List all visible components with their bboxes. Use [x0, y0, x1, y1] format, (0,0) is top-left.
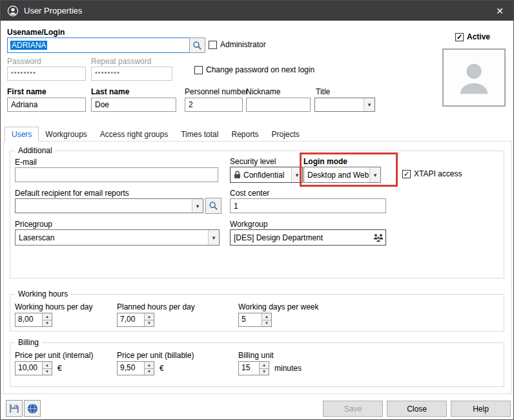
default-recipient-search-button[interactable] [205, 198, 221, 214]
spinner-up-icon[interactable]: ▲ [145, 362, 154, 369]
save-button[interactable]: Save [323, 401, 383, 417]
xtapi-checkbox-box: ✓ [402, 170, 411, 178]
spinner-up-icon[interactable]: ▲ [260, 362, 269, 369]
repeat-password-input[interactable]: •••••••• [91, 67, 172, 81]
spinner-up-icon[interactable]: ▲ [43, 362, 52, 369]
save-tool-button[interactable] [6, 400, 23, 417]
chevron-down-icon: ▾ [192, 199, 203, 213]
security-level-value: Confidential [243, 171, 291, 180]
first-name-label: First name [7, 87, 46, 96]
repeat-password-label: Repeat password [91, 57, 151, 66]
spinner-up-icon[interactable]: ▲ [145, 313, 154, 320]
email-label: E-mail [15, 158, 37, 167]
change-password-checkbox-box [194, 66, 203, 74]
spinner-down-icon[interactable]: ▼ [145, 369, 154, 375]
close-icon[interactable]: ✕ [493, 6, 507, 16]
chevron-down-icon: ▾ [208, 230, 219, 245]
additional-group-label: Additional [15, 146, 55, 156]
password-input[interactable]: •••••••• [7, 67, 86, 81]
tab-workgroups[interactable]: Workgroups [39, 128, 93, 142]
search-icon [209, 201, 218, 211]
spinner-up-icon[interactable]: ▲ [262, 313, 271, 320]
nickname-input[interactable] [246, 98, 311, 112]
title-dropdown[interactable]: ▾ [314, 98, 375, 112]
xtapi-access-checkbox[interactable]: ✓ XTAPI access [402, 169, 462, 178]
price-internal-value: 10,00 [15, 362, 42, 375]
spinner-down-icon[interactable]: ▼ [262, 320, 271, 327]
default-recipient-dropdown[interactable]: ▾ [15, 198, 203, 213]
change-password-checkbox[interactable]: Change password on next login [194, 65, 314, 74]
first-name-input[interactable] [7, 98, 86, 112]
close-button[interactable]: Close [387, 401, 447, 417]
billing-unit-spinner[interactable]: 15 ▲▼ [238, 361, 269, 375]
username-label: Usename/Login [7, 28, 65, 37]
price-billable-value: 9,50 [118, 362, 144, 375]
lock-icon [234, 171, 241, 179]
floppy-disk-icon [9, 403, 19, 414]
web-sync-button[interactable] [24, 400, 41, 417]
working-hours-per-day-spinner[interactable]: 8,00 ▲▼ [15, 313, 52, 327]
person-silhouette-icon [454, 58, 494, 98]
tab-times-total[interactable]: Times total [174, 128, 225, 142]
personnel-number-input[interactable] [185, 98, 243, 112]
default-recipient-label: Default recipient for email reports [15, 189, 129, 198]
working-hours-per-day-label: Working hours per day [15, 302, 93, 311]
working-days-per-week-spinner[interactable]: 5 ▲▼ [238, 313, 272, 327]
planned-hours-per-day-spinner[interactable]: 7,00 ▲▼ [117, 313, 154, 327]
pricegroup-value: Laserscan [19, 233, 208, 242]
billing-unit-value: 15 [239, 362, 259, 375]
cost-center-input[interactable] [230, 198, 386, 213]
security-level-label: Security level [230, 157, 276, 166]
username-input[interactable]: ADRIANA [7, 37, 190, 53]
user-photo-placeholder [442, 48, 506, 107]
last-name-label: Last name [91, 87, 129, 96]
price-billable-spinner[interactable]: 9,50 ▲▼ [117, 361, 154, 375]
planned-hours-per-day-value: 7,00 [118, 313, 144, 326]
tab-reports[interactable]: Reports [225, 128, 265, 142]
workgroup-value: [DES] Design Department [234, 233, 373, 242]
email-input[interactable] [15, 167, 218, 182]
personnel-number-label: Personnel number [185, 87, 248, 96]
cost-center-label: Cost center [230, 189, 269, 198]
user-icon [7, 5, 19, 17]
tab-users[interactable]: Users [5, 127, 39, 142]
spinner-down-icon[interactable]: ▼ [145, 320, 154, 327]
planned-hours-per-day-label: Planned hours per day [117, 302, 195, 311]
active-label: Active [467, 32, 490, 41]
pricegroup-label: Pricegroup [15, 220, 52, 229]
spinner-up-icon[interactable]: ▲ [43, 313, 52, 320]
username-search-button[interactable] [189, 37, 205, 53]
tab-projects[interactable]: Projects [265, 128, 306, 142]
workgroup-field[interactable]: [DES] Design Department [230, 229, 386, 246]
security-level-dropdown[interactable]: Confidential ▾ [230, 167, 303, 183]
password-label: Password [7, 57, 41, 66]
user-properties-dialog: User Properties ✕ Usename/Login ADRIANA … [0, 0, 514, 420]
title-bar[interactable]: User Properties ✕ [1, 1, 513, 21]
help-button[interactable]: Help [451, 401, 511, 417]
nickname-label: Nickname [246, 87, 280, 96]
spinner-down-icon[interactable]: ▼ [260, 369, 269, 375]
working-days-per-week-label: Working days per week [238, 302, 319, 311]
red-highlight-annotation [300, 152, 398, 187]
search-icon [192, 41, 202, 50]
title-label: Title [316, 87, 330, 96]
tab-access-right-groups[interactable]: Access right groups [94, 128, 174, 142]
username-selected-text: ADRIANA [10, 41, 47, 50]
administrator-checkbox-box [209, 41, 217, 49]
billing-unit-suffix: minutes [274, 364, 302, 373]
price-internal-spinner[interactable]: 10,00 ▲▼ [15, 361, 52, 375]
administrator-label: Administrator [220, 40, 266, 49]
administrator-checkbox[interactable]: Administrator [209, 40, 266, 49]
spinner-down-icon[interactable]: ▼ [43, 320, 52, 327]
workgroup-label: Workgroup [230, 220, 267, 229]
price-internal-currency: € [57, 364, 62, 373]
working-hours-group-label: Working hours [15, 289, 70, 299]
active-checkbox[interactable]: ✓ Active [455, 32, 490, 41]
spinner-down-icon[interactable]: ▼ [43, 369, 52, 375]
working-days-per-week-value: 5 [239, 313, 262, 326]
active-checkbox-box: ✓ [455, 33, 464, 41]
last-name-input[interactable] [91, 98, 176, 112]
price-billable-currency: € [159, 364, 164, 373]
working-hours-per-day-value: 8,00 [15, 313, 42, 326]
pricegroup-dropdown[interactable]: Laserscan ▾ [15, 229, 220, 246]
